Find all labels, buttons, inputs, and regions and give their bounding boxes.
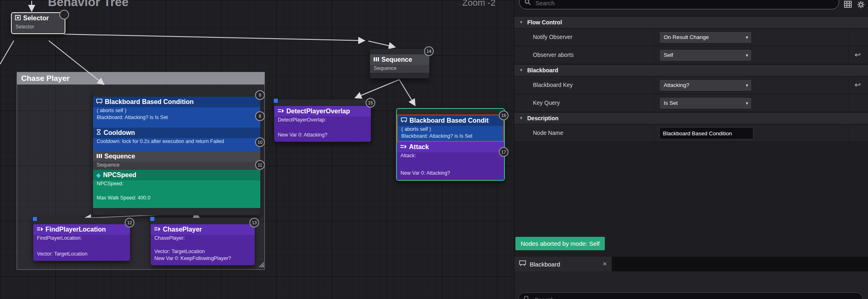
table-view-icon[interactable] xyxy=(844,1,852,9)
row-node-name: Node Name xyxy=(514,124,868,142)
task-icon xyxy=(400,143,407,151)
task-icon xyxy=(154,225,160,234)
blackboard-condition-icon xyxy=(401,117,407,125)
collapse-triangle-icon: ▼ xyxy=(519,65,523,76)
section-label: Flow Control xyxy=(527,17,562,28)
node-title: Sequence xyxy=(104,152,135,160)
section-flow-control[interactable]: ▼ Flow Control xyxy=(514,16,868,28)
node-title: Selector xyxy=(23,14,49,22)
node-title: Cooldown xyxy=(104,129,135,137)
blueprint-marker xyxy=(273,98,278,103)
property-label: Notify Observer xyxy=(533,28,572,46)
dropdown-value: Attacking? xyxy=(664,82,689,88)
comment-resize-grip[interactable] xyxy=(258,262,264,269)
search-input[interactable] xyxy=(535,0,834,7)
blackboard-panel xyxy=(514,271,868,299)
execution-index-badge: 10 xyxy=(255,137,265,147)
node-chase-sequence-block[interactable]: Blackboard Based Condition ( aborts self… xyxy=(93,89,260,215)
node-title: Attack xyxy=(409,143,429,151)
property-label: Node Name xyxy=(533,124,563,142)
execution-index-badge: 11 xyxy=(255,160,265,170)
chevron-down-icon: ▾ xyxy=(746,80,748,91)
search-icon xyxy=(524,295,530,299)
node-find-player-location[interactable]: FindPlayerLocation FindPlayerLocation: V… xyxy=(33,218,130,261)
property-label: Key Query xyxy=(533,94,560,112)
comment-title[interactable]: Chase Player xyxy=(17,72,264,84)
sequence-icon xyxy=(373,56,379,64)
node-name-field[interactable] xyxy=(659,127,753,139)
node-title: Sequence xyxy=(381,56,412,64)
search-input[interactable] xyxy=(534,296,857,299)
dropdown-value: Is Set xyxy=(664,100,678,106)
blackboard-condition-icon xyxy=(96,98,102,106)
execution-index-badge xyxy=(59,10,69,20)
node-title: Blackboard Based Condition xyxy=(105,98,194,106)
task-line: Vector: TargetLocation xyxy=(151,248,255,255)
reset-to-default-icon[interactable]: ↩ xyxy=(855,46,861,64)
node-detect-player-overlap[interactable]: DetectPlayerOverlap DetectPlayerOverlap:… xyxy=(274,100,371,142)
execution-index-badge: 8 xyxy=(255,111,265,121)
decorator-blackboard-condition-selected[interactable]: Blackboard Based Condition ( aborts self… xyxy=(397,115,504,142)
service-npcspeed[interactable]: ◆ NPCSpeed NPCSpeed: Max Walk Speed: 400… xyxy=(93,170,260,208)
tab-label: Blackboard xyxy=(530,261,560,268)
chevron-down-icon: ▾ xyxy=(746,32,748,43)
node-sequence[interactable]: Sequence Sequence 14 xyxy=(370,49,429,78)
execution-index-badge: 9 xyxy=(255,90,265,100)
blackboard-icon xyxy=(519,260,526,268)
decorator-detail-line: Cooldown: lock for 0.2s after execution … xyxy=(93,138,260,145)
chevron-down-icon: ▾ xyxy=(746,50,748,61)
execution-index-badge: 15 xyxy=(366,98,375,108)
dropdown-value: On Result Change xyxy=(664,34,709,40)
task-line: New Var 0: KeepFollowingPlayer? xyxy=(151,255,255,262)
gear-icon[interactable] xyxy=(857,1,865,10)
search-icon xyxy=(524,0,531,7)
task-line: ChasePlayer: xyxy=(151,235,255,242)
selector-icon xyxy=(15,14,21,22)
task-line: Vector: TargetLocation xyxy=(33,251,130,258)
execution-index-badge: 17 xyxy=(499,147,509,157)
cooldown-icon xyxy=(96,129,101,137)
section-label: Blackboard xyxy=(527,65,558,76)
zoom-indicator: Zoom -2 xyxy=(462,0,496,8)
node-title: DetectPlayerOverlap xyxy=(286,107,350,115)
decorator-detail-line: Blackboard: Attacking? is Is Set xyxy=(398,133,503,141)
task-icon xyxy=(277,107,284,115)
node-selector[interactable]: Selector Selector xyxy=(11,12,65,34)
key-query-dropdown[interactable]: Is Set ▾ xyxy=(659,97,752,109)
notify-observer-dropdown[interactable]: On Result Change ▾ xyxy=(659,31,752,43)
decorator-blackboard-condition[interactable]: Blackboard Based Condition ( aborts self… xyxy=(93,97,260,128)
blackboard-search-bar[interactable] xyxy=(518,292,863,299)
observer-aborts-dropdown[interactable]: Self ▾ xyxy=(659,49,752,61)
task-attack[interactable]: Attack Attack: New Var 0: Attacking? xyxy=(397,142,504,180)
graph-canvas[interactable]: Behavior Tree Zoom -2 Chase Player xyxy=(0,0,514,299)
decorator-aborts-line: ( aborts self ) xyxy=(398,126,503,133)
abort-notice-badge: Nodes aborted by mode: Self xyxy=(515,237,605,250)
node-attack-block[interactable]: Blackboard Based Condition ( aborts self… xyxy=(396,108,505,181)
collapse-triangle-icon: ▼ xyxy=(519,17,523,28)
decorator-cooldown[interactable]: Cooldown Cooldown: lock for 0.2s after e… xyxy=(93,128,260,151)
row-blackboard-key: Blackboard Key Attacking? ▾ ↩ xyxy=(514,76,868,94)
node-title: NPCSpeed xyxy=(103,171,136,179)
section-description[interactable]: ▼ Description xyxy=(514,112,868,124)
bottom-tab-bar: Blackboard × xyxy=(514,257,868,271)
section-blackboard[interactable]: ▼ Blackboard xyxy=(514,64,868,76)
tab-blackboard[interactable]: Blackboard × xyxy=(514,257,612,271)
execution-index-badge: 16 xyxy=(499,110,509,120)
blackboard-key-dropdown[interactable]: Attacking? ▾ xyxy=(659,79,752,91)
execution-index-badge: 13 xyxy=(249,218,259,228)
reset-to-default-icon[interactable]: ↩ xyxy=(855,76,861,94)
task-line: DetectPlayerOverlap: xyxy=(274,117,371,124)
node-subtitle: Sequence xyxy=(93,162,260,169)
decorator-aborts-line: ( aborts self ) xyxy=(93,107,260,114)
section-label: Description xyxy=(527,113,558,124)
node-chase-player[interactable]: ChasePlayer ChasePlayer: Vector: TargetL… xyxy=(151,218,255,265)
service-line: Max Walk Speed: 400.0 xyxy=(93,195,260,202)
node-title: FindPlayerLocation xyxy=(45,225,106,234)
node-title: Blackboard Based Condition xyxy=(409,117,489,125)
close-icon[interactable]: × xyxy=(603,260,607,268)
details-search-bar[interactable] xyxy=(519,0,839,9)
composite-sequence[interactable]: Sequence Sequence xyxy=(93,151,260,170)
node-subtitle: Selector xyxy=(12,24,65,31)
execution-index-badge: 12 xyxy=(125,218,134,228)
blueprint-marker xyxy=(150,217,155,221)
